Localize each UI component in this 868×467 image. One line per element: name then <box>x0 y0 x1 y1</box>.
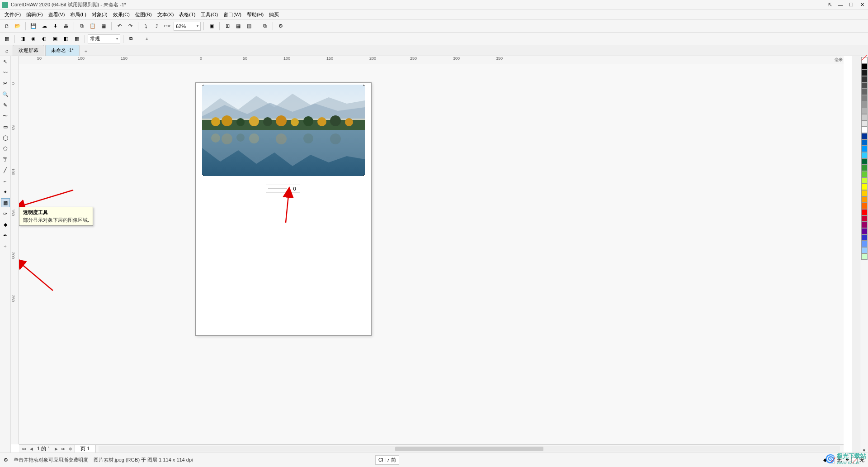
blend-mode-dropdown[interactable]: 常规 <box>88 34 120 43</box>
color-swatch[interactable] <box>861 222 868 228</box>
color-swatch[interactable] <box>861 215 868 222</box>
close-button[interactable]: ✕ <box>858 1 866 9</box>
canvas-viewport[interactable]: 0 <box>19 64 844 444</box>
options-button[interactable]: ⚙ <box>276 21 286 31</box>
new-button[interactable]: 🗋 <box>2 21 12 31</box>
color-swatch[interactable] <box>861 63 868 70</box>
nav-first-icon[interactable]: ⏮ <box>21 446 27 452</box>
paste-button[interactable]: 📋 <box>88 21 98 31</box>
fullscreen-icon[interactable]: ▣ <box>207 21 217 31</box>
connector-tool[interactable]: ⌐ <box>1 176 10 186</box>
artistic-tool[interactable]: 〜 <box>1 111 10 120</box>
color-swatch[interactable] <box>861 196 868 203</box>
text-tool[interactable]: 字 <box>1 155 10 164</box>
selection-handle-se[interactable] <box>363 175 365 176</box>
menu-object[interactable]: 对象(J) <box>89 10 110 19</box>
bitmap-icon[interactable]: ▦ <box>72 34 82 44</box>
rectangle-tool[interactable]: ▭ <box>1 122 10 131</box>
conical-icon[interactable]: ◐ <box>39 34 49 44</box>
cloud-down-icon[interactable]: ⬇ <box>50 21 60 31</box>
copy-button[interactable]: ⧉ <box>77 21 87 31</box>
clipboard-icon[interactable]: ▦ <box>99 21 108 31</box>
add-tool[interactable]: + <box>1 242 10 251</box>
color-swatch[interactable] <box>861 165 868 171</box>
grid-icon[interactable]: ▦ <box>233 21 243 31</box>
pick-tool[interactable]: ↖ <box>1 57 10 66</box>
color-swatch[interactable] <box>861 203 868 209</box>
color-swatch[interactable] <box>861 253 868 260</box>
polygon-tool[interactable]: ⬠ <box>1 144 10 153</box>
eyedropper-tool[interactable]: ✑ <box>1 209 10 218</box>
tab-document[interactable]: 未命名 -1* <box>45 45 80 56</box>
menu-file[interactable]: 文件(F) <box>2 10 24 19</box>
color-swatch[interactable] <box>861 241 868 247</box>
guides-icon[interactable]: ▥ <box>244 21 254 31</box>
color-swatch[interactable] <box>861 120 868 127</box>
cloud-up-icon[interactable]: ☁ <box>39 21 49 31</box>
selection-handle-nw[interactable] <box>202 85 203 86</box>
color-swatch[interactable] <box>861 127 868 133</box>
vertical-ruler[interactable]: 0 50 100 150 200 250 <box>11 64 19 444</box>
menu-edit[interactable]: 编辑(E) <box>24 10 46 19</box>
menu-tools[interactable]: 工具(O) <box>198 10 221 19</box>
selected-image[interactable] <box>202 85 365 176</box>
selection-handle-ne[interactable] <box>363 85 365 86</box>
color-swatch[interactable] <box>861 108 868 114</box>
print-button[interactable]: 🖶 <box>61 21 71 31</box>
linear-icon[interactable]: ◨ <box>18 34 28 44</box>
tab-add-button[interactable]: + <box>81 47 90 56</box>
color-swatch[interactable] <box>861 190 868 196</box>
color-swatch[interactable] <box>861 89 868 95</box>
color-swatch[interactable] <box>861 133 868 139</box>
undo-button[interactable]: ↶ <box>114 21 124 31</box>
dimension-tool[interactable]: ╱ <box>1 166 10 175</box>
nav-prev-icon[interactable]: ◀ <box>28 446 34 452</box>
redo-button[interactable]: ↷ <box>125 21 135 31</box>
page-tab[interactable]: 页 1 <box>75 444 95 453</box>
color-swatch[interactable] <box>861 247 868 253</box>
fill-tool[interactable]: ◆ <box>1 220 10 229</box>
color-swatch[interactable] <box>861 114 868 120</box>
gear-icon[interactable]: ⚙ <box>4 457 8 463</box>
twocolor-icon[interactable]: ◧ <box>61 34 71 44</box>
color-swatch[interactable] <box>861 76 868 82</box>
color-swatch[interactable] <box>861 158 868 165</box>
slider-track[interactable] <box>268 188 287 189</box>
transparency-type-icon[interactable]: ▩ <box>2 34 12 44</box>
export-button[interactable]: ⤴ <box>152 21 162 31</box>
nav-next-icon[interactable]: ▶ <box>53 446 59 452</box>
color-swatch[interactable] <box>861 95 868 101</box>
open-button[interactable]: 📂 <box>13 21 23 31</box>
color-swatch[interactable] <box>861 146 868 152</box>
radial-icon[interactable]: ◉ <box>28 34 38 44</box>
docker-tabs[interactable] <box>852 56 860 453</box>
nav-last-icon[interactable]: ⏭ <box>60 446 66 452</box>
effects-tool[interactable]: ✦ <box>1 187 10 196</box>
menu-buy[interactable]: 购买 <box>266 10 282 19</box>
color-swatch[interactable] <box>861 139 868 146</box>
menu-layout[interactable]: 布局(L) <box>67 10 89 19</box>
zoom-dropdown[interactable]: 62% <box>174 22 201 31</box>
ellipse-tool[interactable]: ◯ <box>1 133 10 142</box>
color-swatch[interactable] <box>861 184 868 190</box>
tab-welcome[interactable]: 欢迎屏幕 <box>13 45 44 56</box>
copy-props-icon[interactable]: ⧉ <box>126 34 136 44</box>
snap-icon[interactable]: ⊞ <box>222 21 232 31</box>
horizontal-ruler[interactable]: 毫米 50 100 150 0 50 100 150 200 250 300 3… <box>19 56 844 64</box>
color-swatch[interactable] <box>861 152 868 158</box>
color-swatch[interactable] <box>861 101 868 108</box>
ime-indicator[interactable]: CH ♪ 简 <box>375 455 399 465</box>
color-swatch[interactable] <box>861 228 868 234</box>
pdf-button[interactable]: PDF <box>163 21 173 31</box>
menu-text[interactable]: 文本(X) <box>155 10 177 19</box>
nav-add-page-icon[interactable]: ⊕ <box>67 446 74 452</box>
minimize-button[interactable]: — <box>836 1 844 9</box>
add-preset-icon[interactable]: + <box>142 34 152 44</box>
import-button[interactable]: ⤵ <box>141 21 151 31</box>
square-icon[interactable]: ▣ <box>50 34 60 44</box>
menu-bitmap[interactable]: 位图(B) <box>132 10 155 19</box>
outline-tool[interactable]: ✒ <box>1 231 10 240</box>
maximize-button[interactable]: ☐ <box>847 1 855 9</box>
color-swatch[interactable] <box>861 70 868 76</box>
zoom-tool[interactable]: 🔍 <box>1 90 10 99</box>
